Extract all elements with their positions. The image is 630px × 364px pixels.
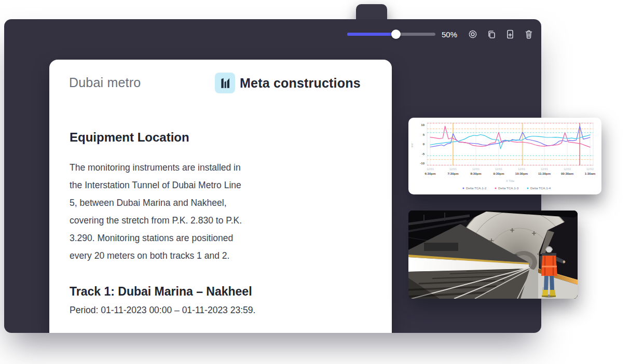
svg-text:9:30pm: 9:30pm — [493, 172, 504, 175]
svg-text:11:30pm: 11:30pm — [538, 172, 551, 175]
svg-text:12/01: 12/01 — [495, 167, 502, 171]
svg-text:12/02: 12/02 — [586, 167, 594, 171]
canvas-stage: 50% — [0, 0, 630, 364]
paragraph-line: every 20 meters on both tracks 1 and 2. — [70, 247, 242, 264]
svg-text:7:30pm: 7:30pm — [447, 172, 458, 175]
paragraph-line: 3.290. Monitoring stations are positione… — [70, 229, 242, 247]
toolbar: 50% — [347, 28, 535, 40]
paragraph-line: 5, between Dubai Marina and Nakheel, — [70, 194, 242, 212]
svg-text:-10: -10 — [420, 162, 424, 165]
svg-text:8:30pm: 8:30pm — [470, 172, 481, 175]
settings-button[interactable] — [467, 28, 479, 40]
gear-icon — [468, 29, 478, 39]
tunnel-photo-card[interactable] — [408, 211, 578, 299]
delete-button[interactable] — [523, 28, 535, 40]
add-page-button[interactable] — [504, 28, 516, 40]
company-name: Meta constructions — [240, 76, 361, 91]
zoom-slider-thumb[interactable] — [391, 30, 401, 39]
paragraph-line: covering the stretch from P.K. 2.830 to … — [70, 212, 242, 229]
svg-text:12/01: 12/01 — [541, 167, 548, 171]
document-page: Dubai metro Meta constructions Equipment… — [49, 60, 392, 333]
svg-text:12/01: 12/01 — [518, 167, 525, 171]
duplicate-button[interactable] — [485, 28, 498, 40]
svg-text:Delta TCA.1-4: Delta TCA.1-4 — [530, 186, 551, 190]
svg-text:5: 5 — [423, 133, 425, 136]
trash-icon — [524, 29, 534, 39]
track-heading: Track 1: Dubai Marina – Nakheel — [70, 285, 252, 299]
chart-widget-card[interactable]: 1050-5-10mm12/016:30pm12/017:30pm12/018:… — [408, 118, 601, 194]
svg-text:00:30am: 00:30am — [561, 172, 573, 175]
add-file-icon — [505, 29, 515, 39]
document-paragraph: The monitoring instruments are installed… — [70, 159, 242, 264]
svg-text:12/01: 12/01 — [427, 167, 434, 171]
svg-text:6:30pm: 6:30pm — [424, 172, 435, 175]
delta-line-chart: 1050-5-10mm12/016:30pm12/017:30pm12/018:… — [408, 118, 601, 194]
svg-text:-5: -5 — [422, 152, 425, 156]
zoom-slider-fill — [347, 33, 396, 36]
section-title: Equipment Location — [70, 130, 189, 145]
svg-text:0: 0 — [423, 143, 425, 146]
copy-icon — [486, 29, 497, 39]
zoom-slider-track[interactable] — [347, 33, 435, 36]
svg-text:Delta TCA.1-3: Delta TCA.1-3 — [498, 186, 519, 190]
y-axis-title: mm — [410, 143, 414, 147]
svg-text:10: 10 — [421, 123, 424, 127]
zoom-percent-label: 50% — [442, 30, 460, 39]
document-client-name: Dubai metro — [69, 75, 141, 90]
y-axis-labels: 1050-5-10 — [420, 123, 424, 165]
x-axis-title: X Title — [506, 179, 515, 183]
x-axis-labels: 12/016:30pm12/017:30pm12/018:30pm12/019:… — [424, 167, 595, 175]
svg-text:12/02: 12/02 — [564, 167, 571, 171]
chart-legend: Delta TCA.1-2Delta TCA.1-3Delta TCA.1-4 — [462, 186, 551, 190]
svg-text:1:30am: 1:30am — [585, 172, 596, 175]
zoom-slider[interactable] — [347, 30, 435, 39]
tunnel-photo-illustration — [408, 211, 578, 299]
company-brand: Meta constructions — [215, 73, 361, 93]
paragraph-line: The monitoring instruments are installed… — [70, 159, 242, 176]
meta-constructions-logo-icon — [215, 73, 235, 93]
svg-text:Delta TCA.1-2: Delta TCA.1-2 — [466, 186, 487, 190]
plot-area — [427, 123, 593, 165]
svg-text:12/01: 12/01 — [449, 167, 457, 171]
svg-text:12/01: 12/01 — [472, 167, 480, 171]
paragraph-line: the Interstation Tunnel of Dubai Metro L… — [70, 176, 242, 194]
period-line: Period: 01-11-2023 00:00 – 01-11-2023 23… — [70, 305, 255, 316]
svg-text:10:30pm: 10:30pm — [515, 172, 528, 175]
